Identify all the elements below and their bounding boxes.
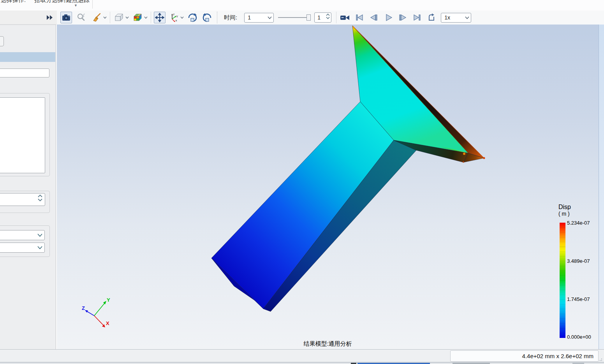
z-axis-label: Z [82,305,85,311]
chevron-down-icon [103,16,107,19]
step-forward-button[interactable] [397,12,409,23]
occluded-window-sliver [0,362,604,364]
chevron-down-icon [465,16,469,19]
pan-button[interactable] [154,12,166,23]
playback-speed-select[interactable]: 1x [441,13,471,23]
axes-triad: Z Y X [76,297,115,336]
colored-cube-icon [132,13,143,22]
svg-text:z: z [173,13,175,16]
skip-end-icon [412,13,422,22]
rotate-ccw-icon [202,12,213,23]
application-window: 选择操作: 拾取分选操作: 逐点追踪 ▼ [0,0,604,364]
cube-icon [114,13,124,22]
contour-display-button[interactable] [132,12,143,23]
replay-loop-icon [426,13,437,22]
spinner-down-icon[interactable] [38,199,42,201]
chevron-down-icon [144,16,148,19]
time-select[interactable]: 1 [244,13,274,23]
sidebar-selected-row[interactable] [0,52,55,62]
chevron-down-icon [37,234,42,237]
legend-tick-value: 3.489e-07 [567,258,598,264]
panel-header [0,11,57,25]
ribbon-strip: 选择操作: 拾取分选操作: 逐点追踪 ▼ [0,0,604,11]
spinner-up-icon[interactable] [38,195,42,197]
play-button[interactable] [382,12,394,23]
legend-max-value: 5.234e-07 [567,220,598,226]
result-model-caption: 结果模型:通用分析 [303,340,352,348]
viewport-3d-canvas[interactable]: Z Y X Disp ( m ) 5.234e-07 3.489e-07 1.7… [57,25,599,349]
sidebar-dropdown[interactable] [0,243,45,253]
right-edge-strip [599,25,604,349]
sidebar-dropdown[interactable] [0,230,45,240]
contour-display-dropdown[interactable] [143,12,148,23]
chevron-down-icon [180,16,184,19]
svg-text:x: x [176,19,177,22]
ribbon-tab-fragment[interactable]: 拾取分选操作: [34,0,71,4]
left-sidebar [0,25,56,349]
view-mode-button[interactable] [113,12,125,23]
step-back-icon [369,13,379,22]
orientation-dropdown[interactable] [180,12,184,23]
skip-start-button[interactable] [354,12,365,23]
step-back-button[interactable] [368,12,380,23]
spinner-down-icon[interactable] [326,17,330,19]
replay-button[interactable] [426,12,437,23]
divider [336,12,336,23]
x-axis-label: X [106,320,109,326]
screenshot-button[interactable] [60,12,72,23]
svg-text:Y: Y [176,15,178,18]
y-axis-label: Y [107,297,110,303]
chevron-down-icon [37,246,42,249]
resize-grip-icon[interactable] [599,357,603,361]
xyz-triad-icon: z Y x [169,13,178,22]
skip-start-icon [354,13,365,22]
double-right-chevron-icon [46,15,53,20]
frame-spinner[interactable]: 1 [314,12,331,23]
record-animation-button[interactable] [339,12,351,23]
rotate-ccw-button[interactable] [201,12,213,23]
legend-tick-value: 1.745e-07 [567,296,598,302]
ribbon-tab-fragment[interactable]: 选择操作: [1,0,26,4]
zoom-flash-button[interactable] [76,12,87,23]
divider [110,12,110,23]
toolbar-row: z Y x [0,11,604,25]
broom-icon [92,13,101,22]
legend-unit: ( m ) [558,211,570,217]
rotate-cw-button[interactable] [187,12,198,23]
chevron-down-icon [268,16,272,19]
orientation-button[interactable]: z Y x [168,12,180,23]
sidebar-text-input[interactable] [0,69,49,77]
legend-min-value: 0.000e+00 [567,334,598,340]
step-forward-icon [398,13,408,22]
spinner-up-icon[interactable] [326,14,330,16]
rotate-cw-icon [187,12,198,23]
status-bar: 4.4e+02 mm x 2.6e+02 mm [0,349,604,362]
camera-icon [62,13,71,22]
time-slider[interactable] [278,12,311,23]
frame-spinner-value: 1 [317,14,320,21]
model-size-box: 4.4e+02 mm x 2.6e+02 mm [450,350,599,362]
legend-color-bar [560,223,565,338]
skip-end-button[interactable] [411,12,423,23]
slider-handle[interactable] [306,14,311,21]
displacement-contour-model [57,25,599,349]
sidebar-list-box[interactable] [0,97,45,173]
expand-panel-button[interactable] [45,13,55,22]
divider [92,0,93,9]
divider [217,12,217,23]
clear-dropdown[interactable] [102,12,107,23]
slider-track [278,17,311,18]
playback-speed-value: 1x [444,14,465,21]
legend-title: Disp [558,204,571,211]
clear-button[interactable] [91,12,102,23]
sidebar-number-spinner[interactable] [0,193,45,206]
sidebar-button-clipped[interactable] [0,36,4,46]
model-size-text: 4.4e+02 mm x 2.6e+02 mm [522,353,593,359]
time-label: 时间: [224,14,237,21]
ribbon-tab-fragment[interactable]: 逐点追踪 [66,0,90,4]
chevron-down-icon [125,16,129,19]
video-camera-icon [340,13,350,22]
magnifier-lightning-icon [76,13,86,22]
ribbon-collapse-icon[interactable]: ▼ [74,4,77,7]
view-mode-dropdown[interactable] [125,12,129,23]
